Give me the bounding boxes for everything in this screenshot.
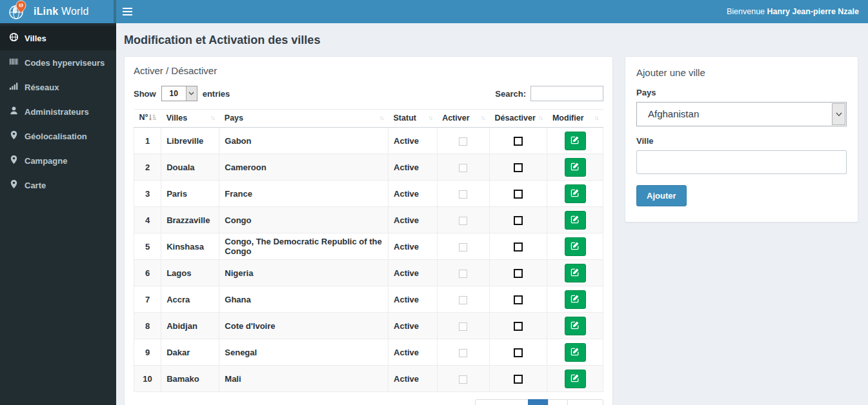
search-input[interactable] — [530, 86, 603, 101]
activer-checkbox[interactable] — [459, 349, 467, 357]
page-2-button[interactable]: 2 — [548, 399, 568, 405]
welcome-message: Bienvenue Hanry Jean-pierre Nzale — [727, 7, 859, 16]
desactiver-checkbox[interactable] — [514, 322, 523, 331]
globe-pin-logo-icon: $ — [8, 0, 27, 23]
activer-checkbox[interactable] — [459, 217, 467, 225]
edit-button[interactable] — [565, 237, 586, 256]
cell-pays: Nigeria — [219, 260, 389, 286]
pays-select[interactable]: Afghanistan — [636, 102, 847, 126]
user-icon — [9, 106, 19, 117]
edit-button[interactable] — [565, 290, 586, 309]
table-body: 1 Libreville Gabon Active — [134, 128, 603, 392]
cell-ville: Accra — [161, 286, 219, 313]
desactiver-checkbox[interactable] — [514, 295, 523, 304]
cell-statut: Active — [389, 260, 438, 286]
ajouter-button[interactable]: Ajouter — [636, 185, 687, 206]
sidebar-item-reseaux[interactable]: Réseaux — [0, 75, 116, 99]
table-row: 4 Brazzaville Congo Active — [134, 207, 603, 233]
ville-input[interactable] — [636, 150, 847, 174]
edit-button[interactable] — [565, 158, 586, 177]
column-header-pays[interactable]: Pays↑↓ — [219, 110, 389, 128]
activer-checkbox[interactable] — [459, 243, 467, 252]
edit-button[interactable] — [565, 264, 586, 282]
sidebar-item-administrateurs[interactable]: Administrateurs — [0, 99, 116, 124]
cell-modifier — [547, 366, 603, 392]
table-row: 9 Dakar Senegal Active — [134, 339, 603, 366]
cell-num: 1 — [134, 128, 161, 154]
cell-num: 9 — [134, 339, 161, 366]
sidebar-item-geolocalisation[interactable]: Géolocalisation — [0, 124, 116, 148]
previous-page-button[interactable]: Previous — [475, 399, 529, 405]
signal-bars-icon — [9, 81, 19, 93]
edit-pencil-square-icon — [570, 135, 580, 146]
sidebar-item-carte[interactable]: Carte — [0, 173, 116, 197]
user-name: Hanry Jean-pierre Nzale — [767, 7, 859, 16]
activer-checkbox[interactable] — [459, 190, 467, 199]
cell-modifier — [547, 128, 603, 154]
next-page-button[interactable]: Next — [567, 399, 603, 405]
edit-pencil-square-icon — [570, 162, 580, 173]
edit-button[interactable] — [565, 211, 586, 230]
column-header-desactiver[interactable]: Désactiver↑↓ — [490, 110, 547, 128]
top-navbar: $ iLink World Bienvenue Hanry Jean-pierr… — [0, 0, 868, 23]
cell-num: 10 — [134, 366, 161, 392]
activer-checkbox[interactable] — [459, 270, 467, 278]
desactiver-checkbox[interactable] — [514, 137, 523, 146]
table-row: 3 Paris France Active — [134, 181, 603, 207]
cell-modifier — [547, 313, 603, 339]
globe-icon — [9, 32, 19, 44]
column-header-statut[interactable]: Statut↑↓ — [389, 110, 438, 128]
app-logo[interactable]: $ iLink World — [0, 0, 116, 23]
edit-button[interactable] — [565, 317, 586, 335]
activer-checkbox[interactable] — [459, 296, 467, 304]
page-1-button[interactable]: 1 — [528, 399, 548, 405]
cell-activer — [437, 313, 489, 339]
sort-icon: ↑↓ — [481, 114, 485, 121]
edit-button[interactable] — [565, 132, 586, 150]
sort-icon: ↑↓ — [428, 114, 432, 121]
desactiver-checkbox[interactable] — [514, 163, 523, 172]
edit-pencil-square-icon — [570, 347, 580, 358]
chevron-down-icon — [832, 103, 845, 125]
edit-button[interactable] — [565, 343, 586, 362]
cell-pays: Cameroon — [219, 154, 389, 181]
map-marker-icon — [9, 155, 19, 166]
column-header-villes[interactable]: Villes↑↓ — [161, 110, 219, 128]
cell-statut: Active — [389, 181, 438, 207]
desactiver-checkbox[interactable] — [514, 375, 523, 384]
ville-label: Ville — [636, 136, 847, 146]
edit-pencil-square-icon — [570, 321, 580, 331]
edit-button[interactable] — [565, 370, 586, 388]
cell-desactiver — [490, 233, 547, 260]
activer-checkbox[interactable] — [459, 164, 467, 172]
page-length-select[interactable]: 10 — [161, 86, 197, 101]
brand-title: iLink World — [34, 6, 88, 17]
desactiver-checkbox[interactable] — [514, 242, 523, 252]
pagination: Previous 1 2 Next — [476, 399, 603, 405]
sidebar-item-label: Réseaux — [25, 83, 59, 92]
sidebar-item-villes[interactable]: Villes — [0, 26, 116, 50]
add-panel-title: Ajouter une ville — [636, 67, 847, 78]
desactiver-checkbox[interactable] — [514, 269, 523, 278]
cell-num: 2 — [134, 154, 161, 181]
desactiver-checkbox[interactable] — [514, 190, 523, 199]
activer-checkbox[interactable] — [459, 375, 467, 384]
column-header-modifier[interactable]: Modifier↑↓ — [547, 110, 603, 128]
activer-checkbox[interactable] — [459, 137, 467, 146]
column-header-num[interactable]: N° — [134, 110, 161, 128]
sidebar-item-codes-hyperviseurs[interactable]: Codes hyperviseurs — [0, 50, 116, 75]
pays-label: Pays — [636, 88, 847, 97]
sidebar-item-label: Villes — [25, 34, 46, 43]
cell-ville: Kinshasa — [161, 233, 219, 260]
activer-checkbox[interactable] — [459, 322, 467, 331]
cell-pays: Cote d'Ivoire — [219, 313, 389, 339]
hamburger-menu-icon[interactable] — [123, 4, 139, 19]
desactiver-checkbox[interactable] — [514, 348, 523, 357]
show-label: Show — [134, 89, 156, 99]
edit-pencil-square-icon — [570, 215, 580, 226]
cell-activer — [437, 154, 489, 181]
desactiver-checkbox[interactable] — [514, 216, 523, 225]
edit-button[interactable] — [565, 184, 586, 203]
sidebar-item-campagne[interactable]: Campagne — [0, 148, 116, 173]
column-header-activer[interactable]: Activer↑↓ — [437, 110, 489, 128]
